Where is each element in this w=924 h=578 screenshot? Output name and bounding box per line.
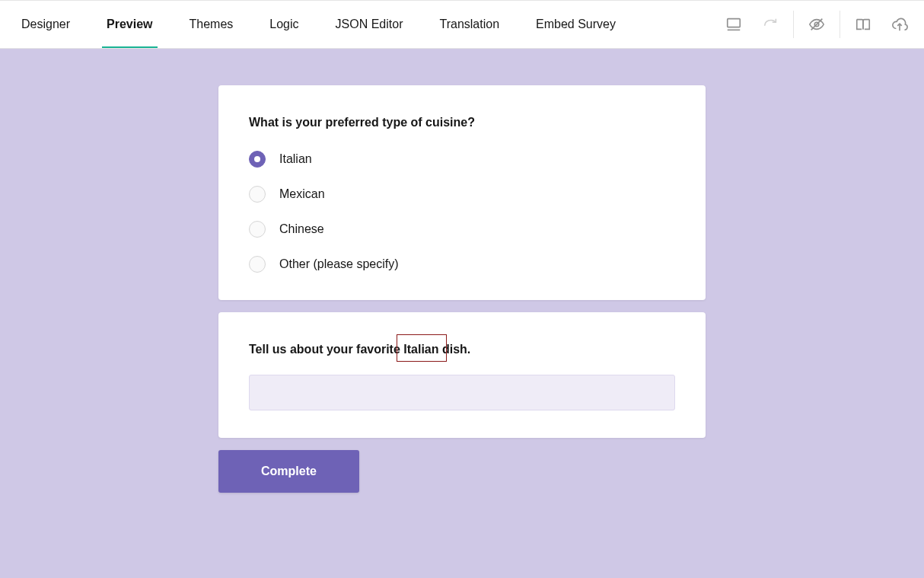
cloud-upload-icon — [891, 16, 908, 33]
monitor-icon — [725, 16, 742, 33]
radio-option-mexican[interactable]: Mexican — [249, 186, 675, 203]
tab-themes[interactable]: Themes — [171, 1, 252, 48]
toolbar-divider — [793, 11, 794, 38]
tab-bar: Designer Preview Themes Logic JSON Edito… — [3, 1, 634, 48]
redo-button[interactable] — [752, 0, 789, 49]
radio-indicator — [249, 221, 266, 238]
tab-json-editor[interactable]: JSON Editor — [317, 1, 422, 48]
question-card-cuisine: What is your preferred type of cuisine? … — [218, 85, 706, 300]
svg-rect-0 — [728, 19, 741, 27]
toolbar-actions — [715, 1, 918, 48]
book-icon — [855, 16, 871, 33]
option-label: Mexican — [279, 187, 325, 201]
preview-stage: What is your preferred type of cuisine? … — [0, 49, 924, 578]
radio-indicator — [249, 151, 266, 168]
question-title: What is your preferred type of cuisine? — [249, 116, 675, 129]
question-card-favorite-dish: Tell us about your favorite Italian dish… — [218, 312, 706, 438]
radio-indicator — [249, 186, 266, 203]
redo-arrow-icon — [762, 16, 779, 33]
radio-option-italian[interactable]: Italian — [249, 151, 675, 168]
tab-designer[interactable]: Designer — [3, 1, 88, 48]
toolbar-divider — [840, 11, 840, 38]
upload-cloud-button[interactable] — [881, 0, 918, 49]
radio-option-chinese[interactable]: Chinese — [249, 221, 675, 238]
option-label: Other (please specify) — [279, 257, 399, 271]
toggle-invisible-button[interactable] — [798, 0, 835, 49]
top-toolbar: Designer Preview Themes Logic JSON Edito… — [0, 0, 924, 49]
eye-off-icon — [808, 16, 825, 33]
radio-option-other[interactable]: Other (please specify) — [249, 256, 675, 273]
open-docs-button[interactable] — [845, 0, 881, 49]
tab-embed-survey[interactable]: Embed Survey — [518, 1, 634, 48]
complete-button[interactable]: Complete — [218, 450, 359, 493]
tab-logic[interactable]: Logic — [251, 1, 317, 48]
tab-translation[interactable]: Translation — [421, 1, 518, 48]
option-label: Chinese — [279, 222, 324, 236]
device-preview-button[interactable] — [715, 0, 752, 49]
action-row: Complete — [218, 450, 706, 493]
question-title: Tell us about your favorite Italian dish… — [249, 343, 470, 356]
tab-preview[interactable]: Preview — [88, 1, 170, 48]
favorite-dish-input[interactable] — [249, 375, 675, 410]
option-label: Italian — [279, 152, 312, 166]
radio-indicator — [249, 256, 266, 273]
